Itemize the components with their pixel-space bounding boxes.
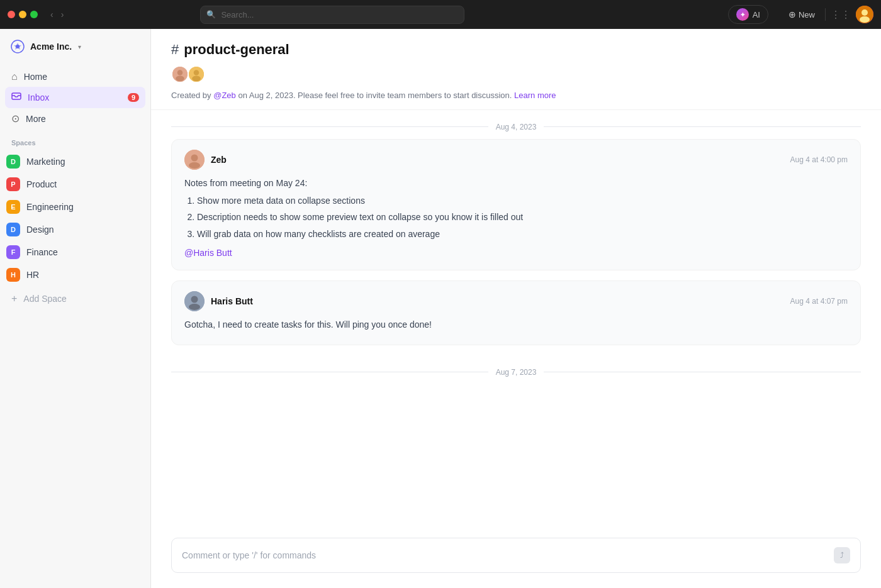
minimize-window-btn[interactable] bbox=[19, 11, 26, 18]
svg-point-8 bbox=[176, 76, 184, 82]
mention-haris[interactable]: @Haris Butt bbox=[184, 248, 232, 258]
space-label-product: Product bbox=[26, 179, 57, 189]
maximize-window-btn[interactable] bbox=[30, 11, 38, 18]
sidebar-more-label: More bbox=[26, 114, 46, 124]
sidebar-item-more[interactable]: ⊙ More bbox=[5, 108, 145, 129]
space-label-engineering: Engineering bbox=[26, 202, 74, 212]
inbox-icon bbox=[11, 91, 21, 104]
svg-point-2 bbox=[860, 16, 870, 23]
new-label: New bbox=[799, 10, 815, 19]
channel-title-row: # product-general bbox=[171, 42, 861, 58]
list-item-3: Will grab data on how many checklists ar… bbox=[197, 227, 848, 241]
channel-description: Created by @Zeb on Aug 2, 2023. Please f… bbox=[171, 89, 861, 102]
ai-label: AI bbox=[753, 10, 760, 19]
topbar: ‹ › 🔍 ✦ AI ⊕ New ⋮⋮ bbox=[0, 0, 881, 29]
space-label-hr: HR bbox=[26, 270, 39, 280]
msg-name-haris: Haris Butt bbox=[211, 296, 253, 306]
topbar-divider bbox=[825, 8, 826, 21]
list-item-2: Description needs to show some preview t… bbox=[197, 210, 848, 224]
space-dot-design: D bbox=[6, 223, 20, 236]
svg-rect-5 bbox=[12, 93, 21, 99]
date-text-aug7: Aug 7, 2023 bbox=[496, 368, 537, 377]
svg-point-1 bbox=[861, 9, 868, 16]
space-item-hr[interactable]: H HR bbox=[0, 263, 150, 286]
svg-point-14 bbox=[189, 162, 200, 169]
space-dot-marketing: D bbox=[6, 155, 20, 169]
space-item-finance[interactable]: F Finance bbox=[0, 241, 150, 263]
sidebar-nav: ⌂ Home Inbox 9 ⊙ More bbox=[0, 64, 150, 131]
user-avatar-img bbox=[856, 6, 873, 23]
nav-arrows: ‹ › bbox=[48, 8, 66, 21]
add-space-button[interactable]: + Add Space bbox=[0, 289, 150, 309]
plus-icon: + bbox=[11, 293, 17, 304]
space-dot-engineering: E bbox=[6, 200, 20, 214]
close-window-btn[interactable] bbox=[8, 11, 15, 18]
comment-box: ⤴ bbox=[171, 538, 861, 573]
comment-input[interactable] bbox=[182, 550, 834, 560]
brand-chevron-icon: ▾ bbox=[78, 43, 81, 50]
messages-area: Aug 4, 2023 Zeb bbox=[151, 110, 881, 528]
space-item-design[interactable]: D Design bbox=[0, 218, 150, 241]
svg-point-7 bbox=[177, 70, 183, 75]
brand-icon bbox=[10, 39, 25, 54]
space-label-marketing: Marketing bbox=[26, 157, 65, 167]
comment-send-button[interactable]: ⤴ bbox=[834, 547, 850, 563]
sidebar-item-home[interactable]: ⌂ Home bbox=[5, 67, 145, 87]
window-controls bbox=[8, 11, 38, 18]
description-mid: on Aug 2, 2023. Please feel free to invi… bbox=[236, 91, 514, 100]
channel-avatar-2 bbox=[188, 65, 205, 83]
space-label-design: Design bbox=[26, 225, 54, 235]
brand-name: Acme Inc. bbox=[30, 42, 72, 52]
msg-intro: Notes from meeting on May 24: bbox=[184, 176, 848, 190]
channel-title: product-general bbox=[184, 42, 289, 58]
new-button[interactable]: ⊕ New bbox=[783, 7, 820, 22]
msg-avatar-haris bbox=[184, 291, 205, 311]
spaces-list: D Marketing P Product E Engineering D De… bbox=[0, 150, 150, 286]
hash-icon: # bbox=[171, 42, 179, 58]
message-header-1: Zeb Aug 4 at 4:00 pm bbox=[184, 150, 848, 170]
description-prefix: Created by bbox=[171, 91, 213, 100]
search-input[interactable] bbox=[200, 6, 464, 24]
list-item-1: Show more meta data on collapse sections bbox=[197, 194, 848, 208]
channel-avatar-1 bbox=[171, 65, 189, 83]
grid-icon[interactable]: ⋮⋮ bbox=[831, 9, 851, 21]
svg-point-11 bbox=[192, 76, 201, 82]
message-author-2: Haris Butt bbox=[184, 291, 253, 311]
space-item-product[interactable]: P Product bbox=[0, 173, 150, 196]
svg-point-13 bbox=[191, 154, 198, 161]
message-card-2: Haris Butt Aug 4 at 4:07 pm Gotcha, I ne… bbox=[171, 280, 861, 345]
inbox-badge: 9 bbox=[128, 93, 139, 102]
main-layout: Acme Inc. ▾ ⌂ Home Inbox 9 ⊙ More bbox=[0, 29, 881, 588]
date-divider-aug4: Aug 4, 2023 bbox=[171, 110, 861, 139]
space-item-engineering[interactable]: E Engineering bbox=[0, 196, 150, 218]
date-text-aug4: Aug 4, 2023 bbox=[496, 123, 537, 131]
message-body-2: Gotcha, I need to create tasks for this.… bbox=[184, 318, 848, 331]
comment-area: ⤴ bbox=[151, 528, 881, 588]
msg-time-1: Aug 4 at 4:00 pm bbox=[790, 155, 848, 164]
search-icon: 🔍 bbox=[206, 10, 216, 19]
date-line-right bbox=[544, 126, 861, 127]
ai-button[interactable]: ✦ AI bbox=[728, 5, 768, 24]
home-icon: ⌂ bbox=[11, 71, 18, 82]
topbar-right: ⊕ New ⋮⋮ bbox=[783, 6, 873, 23]
ai-icon: ✦ bbox=[736, 8, 749, 21]
brand-header[interactable]: Acme Inc. ▾ bbox=[0, 29, 150, 64]
channel-avatars bbox=[171, 65, 861, 83]
learn-more-link[interactable]: Learn more bbox=[514, 91, 556, 100]
sidebar-item-inbox[interactable]: Inbox 9 bbox=[5, 87, 145, 108]
msg-avatar-zeb bbox=[184, 150, 205, 170]
date-line-right-2 bbox=[544, 372, 861, 372]
space-dot-hr: H bbox=[6, 268, 20, 282]
msg-time-2: Aug 4 at 4:07 pm bbox=[790, 297, 848, 306]
mention-zeb[interactable]: @Zeb bbox=[213, 91, 236, 100]
add-space-label: Add Space bbox=[23, 294, 67, 304]
message-card-1: Zeb Aug 4 at 4:00 pm Notes from meeting … bbox=[171, 139, 861, 271]
space-item-marketing[interactable]: D Marketing bbox=[0, 150, 150, 173]
forward-arrow[interactable]: › bbox=[59, 8, 67, 21]
message-author-1: Zeb bbox=[184, 150, 227, 170]
user-avatar[interactable] bbox=[856, 6, 873, 23]
svg-point-17 bbox=[189, 304, 200, 310]
sidebar-home-label: Home bbox=[24, 72, 47, 82]
space-dot-finance: F bbox=[6, 245, 20, 259]
back-arrow[interactable]: ‹ bbox=[48, 8, 56, 21]
